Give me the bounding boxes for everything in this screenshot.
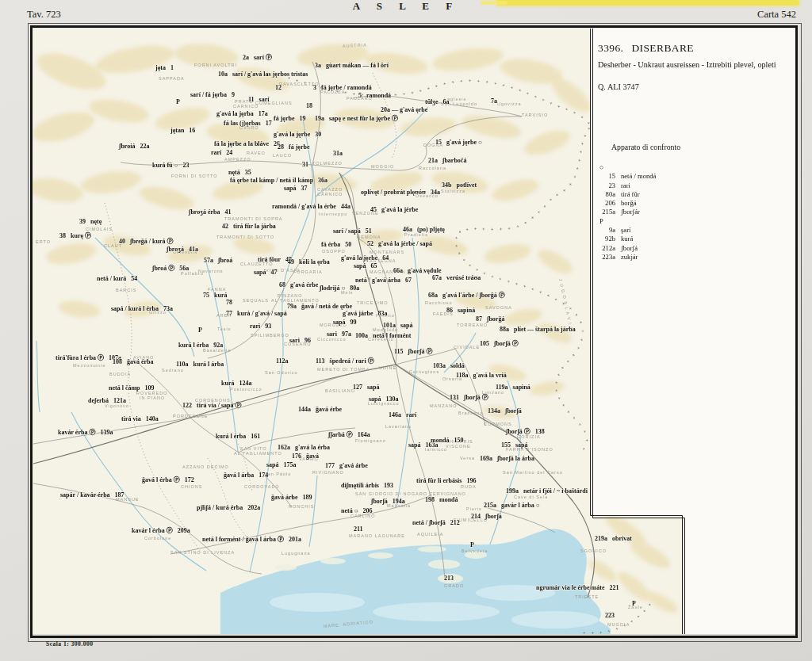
town-label: Sedrano <box>162 368 184 373</box>
town-label: SAN GIORGIO DI NOGARO <box>355 491 427 496</box>
town-label: VISCONE <box>446 444 471 449</box>
map-point-label: 21a ʃbarbočá <box>428 157 466 164</box>
map-number: Carta 542 <box>653 9 796 21</box>
legend-item: 23rari <box>595 181 656 190</box>
map-point-label: 113 špedreá / rari Ⓟ <box>316 357 374 365</box>
town-label: ERTO <box>36 239 51 244</box>
map-point-label: 87 ʃborǧá <box>476 315 504 323</box>
map-point-label: g'avá la jęrbe 64 <box>341 254 389 262</box>
map-point-label: 146a rarí <box>389 411 417 418</box>
town-label: SPILIMBERGO <box>251 333 289 338</box>
map-point-label: g'avá la jęrbe 30 <box>274 131 321 138</box>
map-point-label: kurá l érba 92a <box>178 342 223 349</box>
town-label: Lugugnana <box>282 551 311 556</box>
map-point-label: fá la jęrbe a la bláve 26 <box>214 140 280 147</box>
scanned-atlas-sheet: { "header": {"tav": "Tav. 723", "aslef":… <box>0 0 812 661</box>
map-point-label: ʃbroiá 22a <box>118 143 150 150</box>
town-label: Raccolana <box>419 166 446 170</box>
town-label: Racchiuso <box>425 300 453 305</box>
map-point-label: fá las (j)ęrbas 17 <box>224 120 272 127</box>
town-label: MOGGIO <box>371 164 394 169</box>
legend-item: 215aʃborʃár <box>595 208 656 216</box>
town-label: OSOPPO <box>322 249 346 254</box>
town-label: PORDENONE <box>173 414 208 418</box>
town-label: BUDOIA <box>109 372 131 376</box>
legend-item: 80atirá fûr <box>595 190 656 199</box>
map-point-label: 77 kurà / g'avá / sapá <box>226 310 287 317</box>
town-label: TOLMEZZO <box>312 161 343 166</box>
map-point-label: sapá 130a <box>369 395 399 403</box>
scale-note: Scala 1: 300.000 <box>46 640 93 648</box>
map-point-label: netá / kurá 54 <box>97 275 137 282</box>
entry-title: 3396.DISERBARE <box>598 42 694 55</box>
town-label: Lavariano <box>385 424 412 429</box>
legend-item: 223azukjár <box>595 253 656 262</box>
town-label: Cerneglons <box>409 369 439 374</box>
map-point-label: fá érba 50 <box>321 241 351 248</box>
town-label: GEMONA <box>357 235 381 239</box>
town-label: Postoncicco <box>230 387 262 392</box>
legend-item: 212aʃborʃá <box>595 244 656 253</box>
map-point-label: 177 g'avá árbe <box>325 462 368 469</box>
map-point-label: 68 g'avá érbe <box>279 281 319 288</box>
town-label: RAVEO <box>247 151 266 155</box>
map-point-label: 198 mondá <box>425 496 458 503</box>
town-label: Tesis <box>217 327 232 331</box>
map-point-label: 38 kurę Ⓟ <box>59 231 91 239</box>
map-point-label: sapá 37 <box>284 185 308 192</box>
map-point-label: kavár l érba Ⓟ 209a <box>132 526 190 534</box>
map-point-label: jęta 1 <box>155 64 174 71</box>
legend-item: 206borǧá <box>595 199 656 208</box>
town-label: RUDA <box>461 484 477 489</box>
map-point-label: 10a sarí / g'avá las jęrbos tristas <box>218 71 308 78</box>
town-label: MUGGIA <box>607 622 630 627</box>
map-point-label: 68a g'avá l'árbe / ʃborǧá Ⓟ <box>428 291 505 299</box>
map-point-label: 119a sapìná <box>496 384 530 391</box>
map-point-label: ǧavá árbe 189 <box>271 494 312 501</box>
map-point-label: kurá l érba 161 <box>216 433 260 440</box>
map-point-label: netá l formént / ǧavá l árba Ⓟ 201a <box>202 535 301 543</box>
map-point-label: mondá 150 <box>431 437 464 444</box>
map-point-label: fá ęrbe tal kámp / netá il kámp 36a <box>230 177 327 184</box>
legend-item: 15netá / mondá <box>595 172 656 181</box>
map-point-label: 18 <box>306 102 312 109</box>
map-point-label: 40 ʃbreǧá / kurá Ⓟ <box>119 237 174 245</box>
map-point-label: 11 sarí <box>248 96 270 103</box>
map-point-label: 31a <box>333 150 343 157</box>
map-point-label: 110a kurá l árba <box>176 361 224 368</box>
map-point-label: 134a ʃborʃá <box>488 407 522 415</box>
map-point-label: 19a sapę e nest fûr la jęrbe Ⓟ <box>315 114 398 122</box>
town-label: IN PIANO <box>140 395 165 400</box>
town-label: MARANO LAGUNARE <box>349 533 405 538</box>
map-point-label: 52 g'avá la jérbe / sapá <box>367 240 432 247</box>
map-point-label: netá ○ 206 <box>341 507 373 514</box>
map-point-label: 42 tirá fûr la járba <box>222 223 276 230</box>
map-point-label: ʃborʃá Ⓟ 138 <box>505 427 545 435</box>
town-label: CIMOLAIS <box>86 227 113 231</box>
map-point-label: 219a obrívat <box>595 535 632 542</box>
town-label: TORREANO <box>457 323 488 327</box>
legend-symbol-p: P <box>595 217 656 226</box>
map-point-label: ngrumár via le érbe máte 221 <box>536 584 619 591</box>
town-label: SAN STINO DI LIVENZA <box>170 550 235 555</box>
town-label: CORDOVADO <box>244 484 280 489</box>
map-point-label: P <box>470 541 474 548</box>
map-point-label: 75 kurá <box>203 292 227 299</box>
town-label: BARCIS <box>116 288 136 292</box>
map-point-label: 45 g'avá la jérbe <box>370 206 419 213</box>
map-point-label: 118a g'avá la vríá <box>456 372 507 379</box>
map-point-label: tirá via 140a <box>121 415 159 422</box>
map-point-label: deʃerbá 121a <box>88 397 126 404</box>
town-label: GRADO <box>444 583 464 588</box>
map-point-label: 49 köli la ęrba <box>288 258 330 266</box>
map-point-label: tirá fûr li erbásis 196 <box>416 477 476 484</box>
map-point-label: netá / ʃborʃá 212 <box>412 519 460 526</box>
map-point-label: 15 g'avá jęrbe ○ <box>435 139 482 146</box>
map-point-label: 79a ǧavá / netá de ęrbe <box>287 303 352 310</box>
map-point-label: sari 96 <box>289 337 311 344</box>
map-point-label: sari 97a <box>327 330 351 338</box>
map-point-label: 214 ʃborʃá <box>471 513 502 520</box>
legend-item: 92bkurá <box>595 235 656 243</box>
town-label: CHIONS <box>181 484 202 489</box>
map-point-label: 39 nętę <box>79 218 102 225</box>
